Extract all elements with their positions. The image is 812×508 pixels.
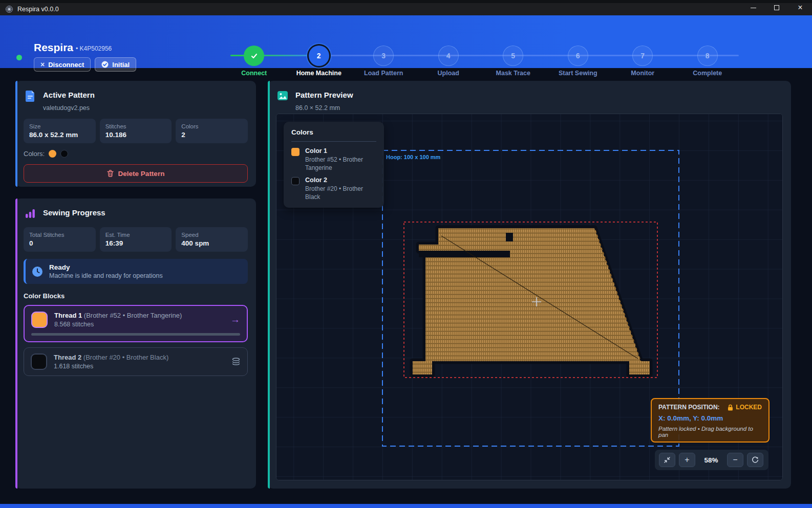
pattern-preview-header: Pattern Preview [276, 89, 783, 102]
color-swatch-orange [49, 150, 56, 158]
step-home-machine[interactable]: 2 Home Machine [287, 39, 352, 77]
stat-speed-label: Speed [181, 232, 242, 238]
lock-icon [728, 404, 733, 411]
machine-serial: • K4P502956 [76, 45, 112, 52]
background-window-strip [0, 504, 812, 508]
thread-1-name-row: Thread 1 (Brother #52 • Brother Tangerin… [54, 312, 182, 319]
stat-stitches-value: 10.186 [105, 131, 166, 139]
stat-stitches: Stitches 10.186 [100, 119, 172, 143]
legend-swatch-color1 [291, 148, 300, 156]
serial-value: K4P502956 [80, 45, 112, 52]
thread-1-card[interactable]: Thread 1 (Brother #52 • Brother Tangerin… [24, 305, 248, 342]
app-icon [5, 5, 13, 13]
layers-stack-icon [231, 357, 241, 366]
zoom-out-button[interactable]: − [727, 453, 743, 467]
stat-total-stitches-value: 0 [29, 239, 90, 247]
locked-text: LOCKED [736, 404, 762, 411]
pattern-colors-row: Colors: [24, 150, 248, 158]
thread-2-stitches: 1.618 stitches [54, 363, 168, 370]
trash-icon [107, 170, 114, 177]
hoop-label: Hoop: 100 x 100 mm [386, 154, 441, 160]
step-complete[interactable]: 8 Complete [675, 39, 740, 77]
step-connect-circle [244, 46, 264, 66]
reset-view-button[interactable] [747, 453, 763, 467]
stat-colors-value: 2 [181, 131, 242, 139]
window-title: Respira v0.0.0 [17, 6, 59, 13]
minus-icon: − [733, 455, 737, 465]
step-upload[interactable]: 4 Upload [416, 39, 481, 77]
active-pattern-title: Active Pattern [43, 89, 95, 99]
thread-1-swatch [31, 312, 48, 328]
sewing-progress-header: Sewing Progress [24, 207, 248, 220]
zoom-in-button[interactable]: + [679, 453, 695, 467]
legend-color1-name: Color 1 [305, 147, 376, 154]
step-monitor-circle: 7 [632, 46, 653, 66]
legend-color1-detail: Brother #52 • Brother Tangerine [305, 156, 376, 172]
step-upload-label: Upload [438, 70, 459, 77]
delete-pattern-button[interactable]: Delete Pattern [24, 164, 248, 183]
pattern-stats: Size 86.0 x 52.2 mm Stitches 10.186 Colo… [24, 119, 248, 143]
legend-color2-name: Color 2 [305, 176, 376, 184]
stat-size-value: 86.0 x 52.2 mm [29, 131, 90, 139]
locked-badge: LOCKED [728, 404, 762, 411]
maximize-button[interactable] [765, 0, 788, 15]
plus-icon: + [685, 455, 689, 465]
preview-canvas[interactable]: Hoop: 100 x 100 mm [276, 114, 783, 480]
active-pattern-card: Active Pattern valetudogv2.pes Size 86.0… [15, 81, 256, 187]
stat-speed-value: 400 spm [181, 239, 242, 247]
pattern-position-label: PATTERN POSITION: [658, 404, 720, 411]
step-start-sewing-circle: 6 [568, 46, 588, 66]
step-load-pattern[interactable]: 3 Load Pattern [351, 39, 416, 77]
step-connect[interactable]: Connect [222, 39, 287, 77]
step-load-pattern-label: Load Pattern [364, 70, 403, 77]
color-swatch-black [60, 150, 68, 158]
disconnect-button[interactable]: × Disconnect [34, 57, 91, 72]
step-start-sewing-label: Start Sewing [559, 70, 597, 77]
file-icon [24, 89, 37, 102]
step-monitor[interactable]: 7 Monitor [610, 39, 675, 77]
pattern-preview-title: Pattern Preview [295, 89, 353, 102]
window-controls: × [741, 0, 812, 15]
stat-size-label: Size [29, 123, 90, 129]
disconnect-x-icon: × [40, 60, 45, 69]
step-mask-trace-label: Mask Trace [496, 70, 530, 77]
fit-view-icon [663, 456, 671, 464]
stat-total-stitches-label: Total Stitches [29, 232, 90, 238]
legend-color2-detail: Brother #20 • Brother Black [305, 185, 376, 201]
thread-2-swatch [31, 354, 47, 370]
minimize-icon [751, 8, 756, 8]
legend-item-color2: Color 2 Brother #20 • Brother Black [291, 176, 376, 201]
colors-label: Colors: [24, 150, 45, 158]
thread-1-detail: (Brother #52 • Brother Tangerine) [84, 312, 182, 319]
fit-view-button[interactable] [659, 453, 675, 467]
refresh-icon [751, 456, 759, 464]
active-pattern-header: Active Pattern [24, 89, 248, 102]
image-icon [276, 89, 289, 102]
step-mask-trace[interactable]: 5 Mask Trace [481, 39, 546, 77]
pattern-slot [419, 251, 510, 257]
header-actions: × Disconnect Initial [34, 57, 136, 72]
initial-label: Initial [112, 61, 130, 69]
app-header: Respira • K4P502956 × Disconnect Initial [0, 15, 812, 68]
pattern-preview-size: 86.0 × 52.2 mm [295, 104, 783, 112]
close-button[interactable]: × [788, 0, 812, 15]
step-start-sewing[interactable]: 6 Start Sewing [546, 39, 611, 77]
initial-button[interactable]: Initial [95, 57, 136, 72]
thread-2-card[interactable]: Thread 2 (Brother #20 • Brother Black) 1… [24, 347, 248, 376]
stat-colors: Colors 2 [176, 119, 248, 143]
minimize-button[interactable] [741, 0, 765, 15]
step-load-pattern-circle: 3 [373, 46, 394, 66]
color-blocks-label: Color Blocks [24, 292, 248, 300]
pattern-coordinates: X: 0.0mm, Y: 0.0mm [658, 414, 762, 422]
step-home-machine-label: Home Machine [296, 70, 341, 77]
app-window: Respira v0.0.0 × Respira • K4P502956 × D… [0, 0, 812, 508]
thread-1-stitches: 8.568 stitches [54, 321, 182, 328]
step-monitor-label: Monitor [631, 70, 654, 77]
titlebar: Respira v0.0.0 [0, 3, 812, 15]
stat-speed: Speed 400 spm [176, 227, 248, 252]
disconnect-label: Disconnect [48, 61, 84, 69]
pattern-preview-card: Pattern Preview 86.0 × 52.2 mm [268, 81, 791, 489]
close-icon: × [798, 3, 802, 12]
sewing-stats: Total Stitches 0 Est. Time 16:39 Speed 4… [24, 227, 248, 252]
step-home-machine-circle: 2 [309, 46, 329, 66]
